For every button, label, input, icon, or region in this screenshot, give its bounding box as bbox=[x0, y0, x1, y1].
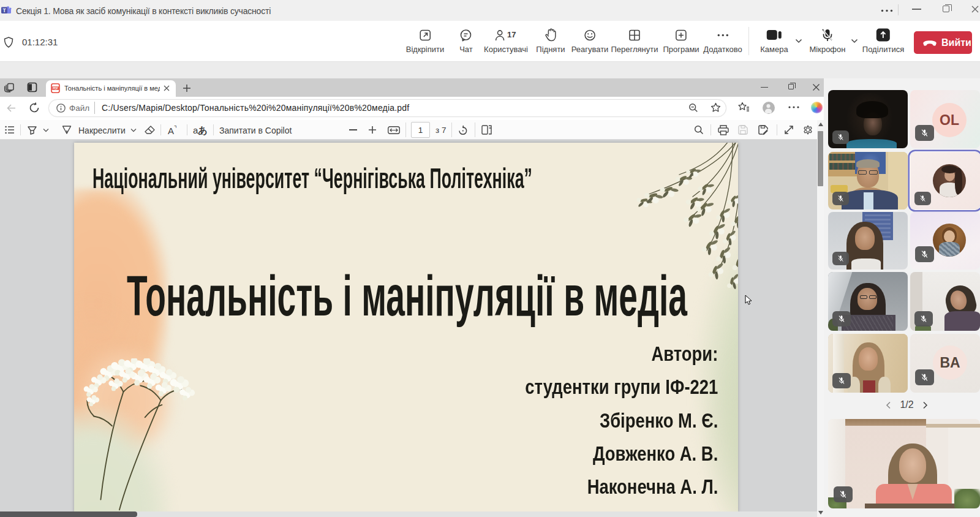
svg-text:17: 17 bbox=[507, 29, 516, 39]
svg-text:T: T bbox=[2, 7, 6, 13]
svg-text:PDF: PDF bbox=[53, 87, 58, 90]
